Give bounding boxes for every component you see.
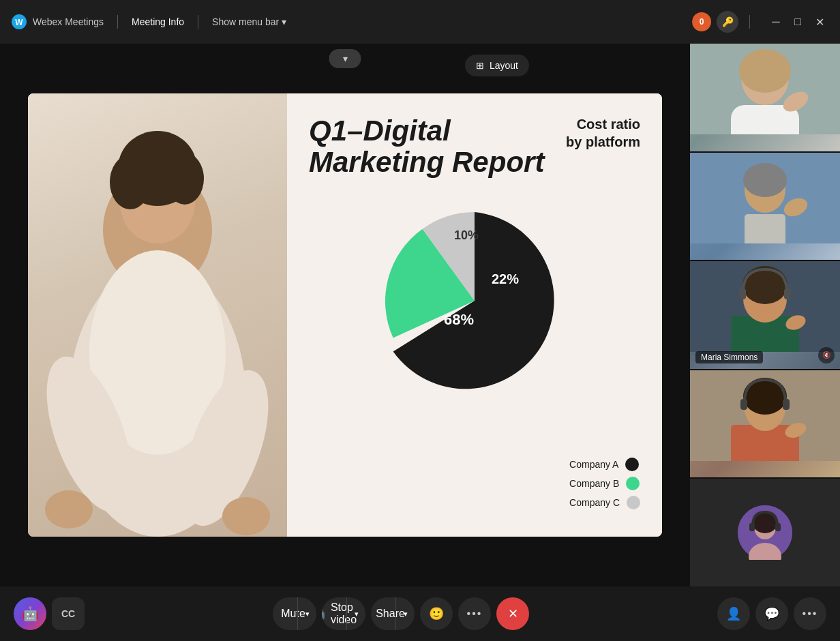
- stop-video-control: 📹 Stop video ▾: [322, 597, 365, 630]
- svg-point-12: [222, 497, 270, 535]
- chart-legend: Company A Company B Company C: [569, 458, 640, 509]
- bottom-right-controls: 👤 💬 •••: [717, 597, 826, 630]
- share-button[interactable]: ⬆ Share: [371, 597, 395, 630]
- stop-video-chevron[interactable]: ▾: [346, 597, 365, 630]
- top-bar: W Webex Meetings Meeting Info Show menu …: [0, 0, 840, 44]
- svg-rect-34: [740, 399, 747, 410]
- more-right-icon: •••: [802, 608, 818, 620]
- video-tile-5: [690, 479, 840, 586]
- svg-rect-42: [775, 523, 781, 531]
- ai-assistant-button[interactable]: 🤖: [14, 597, 46, 630]
- stop-video-button[interactable]: 📹 Stop video: [322, 597, 346, 630]
- person-photo: [28, 93, 287, 537]
- layout-button[interactable]: ⊞ Layout: [465, 55, 529, 76]
- minimize-icon: ─: [772, 16, 779, 28]
- video-panel: Maria Simmons 🔇: [690, 44, 840, 586]
- presentation-slide: Q1–DigitalMarketing Report Cost ratioby …: [28, 93, 662, 537]
- share-control: ⬆ Share ▾: [371, 597, 415, 630]
- collapse-button[interactable]: ▾: [329, 49, 361, 68]
- mute-icon-3: 🔇: [818, 347, 835, 363]
- svg-rect-41: [749, 523, 755, 531]
- window-controls: ─ □ ✕: [766, 12, 829, 31]
- layout-icon: ⊞: [476, 60, 484, 71]
- meeting-info-link[interactable]: Meeting Info: [132, 16, 184, 27]
- cost-ratio-label: Cost ratioby platform: [566, 115, 640, 151]
- notification-badge[interactable]: 0: [692, 12, 711, 31]
- reactions-button[interactable]: 🙂: [420, 597, 453, 630]
- participants-icon: 👤: [726, 606, 741, 621]
- svg-rect-35: [783, 399, 790, 410]
- show-menu-bar-button[interactable]: Show menu bar ▾: [212, 16, 286, 27]
- main-content: ▾ ⊞ Layout: [0, 44, 840, 586]
- video-icon: 📹: [322, 608, 325, 621]
- end-call-icon: ✕: [508, 606, 518, 621]
- participant-3-video: [690, 261, 840, 352]
- top-controls: 0 🔑 ─ □ ✕: [692, 11, 829, 33]
- maximize-button[interactable]: □: [788, 12, 807, 31]
- key-button[interactable]: 🔑: [717, 11, 738, 33]
- svg-point-5: [110, 155, 151, 209]
- participant-5-avatar: [738, 505, 792, 560]
- pie-label-a: 68%: [444, 311, 474, 328]
- show-menu-bar-label: Show menu bar: [212, 16, 279, 27]
- divider-2: [198, 15, 198, 29]
- svg-point-6: [166, 153, 204, 205]
- person-silhouette: [28, 93, 287, 537]
- legend-dot-b: [626, 477, 640, 490]
- svg-point-11: [45, 490, 93, 528]
- more-right-button[interactable]: •••: [794, 597, 826, 630]
- legend-item-a: Company A: [569, 458, 640, 471]
- key-icon: 🔑: [722, 16, 734, 27]
- mute-button[interactable]: 🎙 Mute: [273, 597, 297, 630]
- svg-rect-27: [739, 288, 746, 299]
- bottom-left-controls: 🤖 CC: [14, 597, 85, 630]
- share-chevron[interactable]: ▾: [395, 597, 415, 630]
- chevron-down-icon: ▾: [343, 53, 348, 64]
- slide-content: Q1–DigitalMarketing Report Cost ratioby …: [287, 93, 662, 537]
- pie-label-b: 22%: [492, 271, 519, 286]
- bottom-center-controls: 🎙 Mute ▾ 📹 Stop video ▾ ⬆ Share ▾ 🙂: [273, 597, 529, 630]
- video-tile-3: Maria Simmons 🔇: [690, 261, 840, 369]
- maximize-icon: □: [794, 16, 801, 28]
- participant-3-name-badge: Maria Simmons: [695, 351, 763, 363]
- close-button[interactable]: ✕: [810, 12, 829, 31]
- participants-button[interactable]: 👤: [717, 597, 750, 630]
- end-call-button[interactable]: ✕: [496, 597, 529, 630]
- legend-label-c: Company C: [569, 497, 620, 508]
- captions-button[interactable]: CC: [52, 597, 85, 630]
- app-name: Webex Meetings: [33, 16, 104, 27]
- pie-chart: 68% 22% 10%: [365, 192, 584, 410]
- minimize-button[interactable]: ─: [766, 12, 785, 31]
- svg-point-21: [743, 163, 787, 197]
- chat-button[interactable]: 💬: [755, 597, 788, 630]
- legend-dot-c: [627, 496, 640, 509]
- slide-person-area: [28, 93, 287, 537]
- legend-item-b: Company B: [569, 477, 640, 490]
- participant-4-video: [690, 370, 840, 461]
- layout-label: Layout: [490, 60, 518, 71]
- presentation-area: ▾ ⊞ Layout: [0, 44, 690, 586]
- legend-item-c: Company C: [569, 496, 640, 509]
- webex-logo-icon: W: [11, 14, 27, 30]
- svg-rect-19: [745, 214, 785, 243]
- svg-text:W: W: [15, 18, 23, 27]
- participant-2-video: [690, 153, 840, 243]
- participant-1-video: [690, 44, 840, 134]
- divider-1: [117, 15, 118, 29]
- mute-chevron[interactable]: ▾: [297, 597, 316, 630]
- chat-icon: 💬: [764, 606, 779, 621]
- video-tile-4: [690, 370, 840, 478]
- ai-icon: 🤖: [22, 606, 39, 622]
- legend-label-b: Company B: [569, 478, 619, 489]
- divider-3: [749, 15, 750, 29]
- reactions-icon: 🙂: [429, 606, 444, 621]
- microphone-icon: 🎙: [273, 608, 275, 620]
- video-tile-1: [690, 44, 840, 151]
- svg-rect-28: [784, 288, 791, 299]
- captions-icon: CC: [61, 608, 75, 619]
- svg-point-33: [743, 378, 787, 415]
- more-options-button[interactable]: •••: [458, 597, 491, 630]
- pie-label-c: 10%: [454, 228, 479, 242]
- svg-point-15: [739, 49, 791, 93]
- legend-dot-a: [625, 458, 639, 471]
